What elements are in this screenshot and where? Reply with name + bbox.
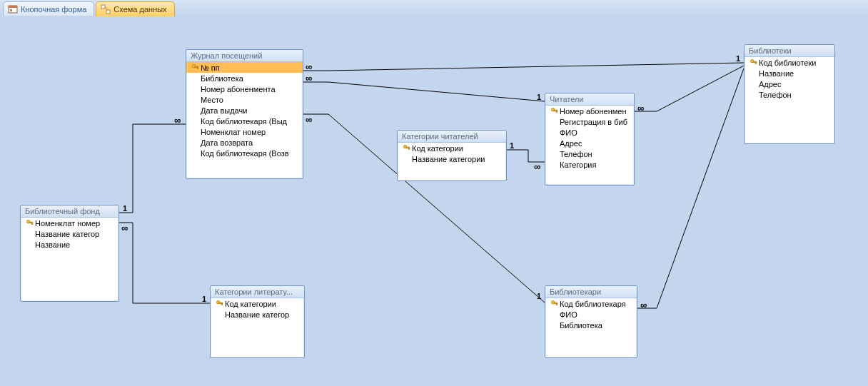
field-label: Название категор bbox=[225, 310, 289, 319]
field-row[interactable]: Регистрация в биб bbox=[545, 116, 634, 127]
field-label: ФИО bbox=[560, 128, 577, 137]
svg-rect-3 bbox=[101, 5, 105, 9]
primary-key-icon bbox=[213, 300, 225, 308]
field-list: Код библиотекаря ФИО Библиотека bbox=[545, 298, 637, 330]
field-label: Номер абоненмен bbox=[560, 107, 626, 116]
field-row[interactable]: Дата выдачи bbox=[186, 105, 303, 116]
field-label: Код библиотекаря (Выд bbox=[201, 117, 287, 126]
primary-key-icon bbox=[189, 64, 201, 71]
field-row[interactable]: Телефон bbox=[545, 148, 634, 159]
field-row[interactable]: Код библиотекаря (Возв bbox=[186, 148, 303, 158]
svg-rect-4 bbox=[106, 10, 110, 14]
field-row[interactable]: Название категории bbox=[398, 153, 506, 164]
field-row[interactable]: Название категор bbox=[21, 228, 118, 239]
form-icon bbox=[8, 4, 18, 14]
svg-rect-23 bbox=[556, 304, 557, 305]
rel-card: ∞ bbox=[534, 161, 540, 172]
rel-card: ∞ bbox=[306, 114, 312, 125]
field-row[interactable]: Дата возврата bbox=[186, 137, 303, 148]
field-list: Номенклат номер Название категор Названи… bbox=[21, 218, 118, 250]
field-row[interactable]: Код библиотекаря (Выд bbox=[186, 116, 303, 126]
relationships-canvas[interactable]: 1 ∞ ∞ 1 ∞ 1 ∞ 1 ∞ 1 1 ∞ ∞ ∞ Библиотечный… bbox=[0, 16, 868, 386]
field-row[interactable]: Телефон bbox=[745, 89, 834, 100]
rel-card: ∞ bbox=[121, 223, 128, 233]
svg-rect-26 bbox=[755, 63, 756, 64]
field-list: Код категории Название категории bbox=[398, 143, 506, 164]
field-row[interactable]: Код категории bbox=[398, 143, 506, 153]
field-label: Код библиотеки bbox=[759, 59, 816, 67]
field-row[interactable]: Место bbox=[186, 94, 303, 105]
table-librarians[interactable]: Библиотекари Код библиотекаря ФИО Библио… bbox=[545, 285, 637, 358]
svg-rect-1 bbox=[9, 6, 17, 8]
field-row[interactable]: № пп bbox=[186, 62, 303, 73]
primary-key-icon bbox=[24, 219, 35, 227]
rel-card: 1 bbox=[510, 141, 514, 150]
table-title: Библиотекари bbox=[545, 286, 637, 298]
field-label: Название категории bbox=[412, 155, 485, 163]
relationships-icon bbox=[101, 4, 111, 14]
field-row[interactable]: Название категор bbox=[211, 309, 304, 320]
table-libraries[interactable]: Библиотеки Код библиотеки Название Адрес… bbox=[744, 44, 835, 144]
table-catread[interactable]: Категории читателей Код категории Назван… bbox=[397, 130, 507, 181]
field-row[interactable]: Название bbox=[21, 239, 118, 250]
rel-card: 1 bbox=[202, 295, 206, 303]
rel-card: 1 bbox=[537, 93, 541, 101]
table-catlit[interactable]: Категории литерату... Код категории Назв… bbox=[210, 285, 305, 358]
field-row[interactable]: Номенклат номер bbox=[186, 126, 303, 137]
svg-rect-2 bbox=[10, 9, 12, 11]
table-bibfond[interactable]: Библиотечный фонд Номенклат номер Назван… bbox=[20, 205, 119, 302]
field-label: Номенклат номер bbox=[201, 128, 266, 136]
rel-card: ∞ bbox=[306, 61, 312, 72]
field-row[interactable]: ФИО bbox=[545, 309, 637, 320]
field-label: Код категории bbox=[225, 300, 276, 308]
field-label: Телефон bbox=[759, 91, 792, 99]
field-row[interactable]: Адрес bbox=[545, 138, 634, 148]
field-label: Код библиотекаря bbox=[560, 300, 626, 308]
field-row[interactable]: Название bbox=[745, 68, 834, 78]
field-row[interactable]: Номер абоненмен bbox=[545, 106, 634, 116]
field-label: Категория bbox=[560, 161, 596, 169]
field-row[interactable]: Номенклат номер bbox=[21, 218, 118, 228]
field-label: Место bbox=[201, 96, 223, 104]
table-title: Читатели bbox=[545, 93, 634, 106]
table-readers[interactable]: Читатели Номер абоненмен Регистрация в б… bbox=[545, 93, 635, 186]
field-list: Код категории Название категор bbox=[211, 298, 304, 320]
tab-strip: Кнопочная форма Схема данных bbox=[0, 0, 868, 16]
field-label: Название категор bbox=[35, 230, 99, 238]
field-row[interactable]: Библиотека bbox=[545, 320, 637, 330]
field-label: Библиотека bbox=[560, 321, 602, 330]
svg-rect-14 bbox=[221, 304, 222, 305]
field-label: Название bbox=[759, 69, 794, 78]
field-label: Код категории bbox=[412, 144, 463, 153]
tab-label: Кнопочная форма bbox=[21, 5, 86, 14]
field-label: Адрес bbox=[759, 80, 782, 88]
table-title: Библиотеки bbox=[745, 45, 834, 57]
tab-form[interactable]: Кнопочная форма bbox=[3, 1, 94, 16]
table-journal[interactable]: Журнал посещений № пп Библиотека Номер а… bbox=[186, 49, 303, 179]
rel-card: ∞ bbox=[637, 103, 644, 113]
field-list: Код библиотеки Название Адрес Телефон bbox=[745, 57, 834, 100]
field-row[interactable]: Адрес bbox=[745, 78, 834, 89]
field-row[interactable]: Код библиотеки bbox=[745, 57, 834, 68]
rel-card: ∞ bbox=[174, 115, 181, 126]
svg-rect-8 bbox=[31, 223, 32, 225]
table-title: Журнал посещений bbox=[186, 50, 303, 62]
field-row[interactable]: Код категории bbox=[211, 298, 304, 309]
field-list: № пп Библиотека Номер абоненмента Место … bbox=[186, 62, 303, 158]
field-label: Регистрация в биб bbox=[560, 118, 627, 126]
field-row[interactable]: Номер абоненмента bbox=[186, 83, 303, 94]
field-row[interactable]: Категория bbox=[545, 159, 634, 170]
field-row[interactable]: ФИО bbox=[545, 127, 634, 138]
field-row[interactable]: Код библиотекаря bbox=[545, 298, 637, 309]
field-row[interactable]: Библиотека bbox=[186, 73, 303, 83]
primary-key-icon bbox=[400, 144, 412, 152]
field-label: Адрес bbox=[560, 139, 582, 148]
rel-card: 1 bbox=[123, 204, 127, 213]
field-label: Дата выдачи bbox=[201, 106, 247, 115]
rel-card: 1 bbox=[537, 292, 541, 300]
svg-rect-20 bbox=[556, 111, 557, 113]
svg-rect-17 bbox=[408, 148, 409, 150]
tab-schema[interactable]: Схема данных bbox=[96, 1, 174, 16]
primary-key-icon bbox=[747, 59, 759, 66]
svg-line-5 bbox=[105, 7, 108, 11]
